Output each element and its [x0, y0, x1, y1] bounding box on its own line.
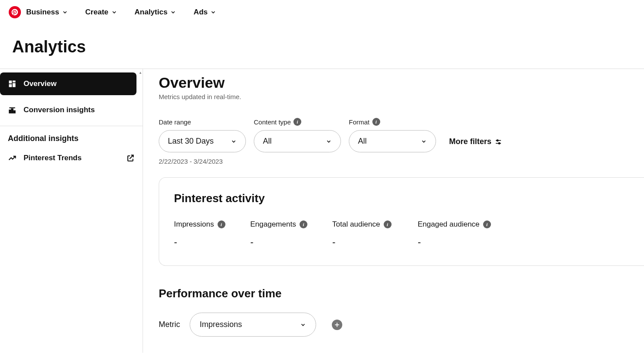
plus-icon: [334, 322, 340, 328]
nav-analytics[interactable]: Analytics: [135, 8, 177, 17]
date-range-value: Last 30 Days: [168, 137, 214, 146]
sidebar-item-label: Conversion insights: [24, 106, 95, 114]
main-content: Overview Metrics updated in real-time. D…: [143, 69, 644, 353]
filter-date: Date range Last 30 Days: [159, 118, 246, 152]
chevron-down-icon: [170, 9, 176, 15]
format-select[interactable]: All: [349, 130, 436, 152]
chevron-down-icon: [111, 9, 117, 15]
metric-value: -: [174, 237, 250, 248]
metric-value: -: [418, 237, 505, 248]
filter-format-label: Format: [349, 118, 370, 126]
metric-select-value: Impressions: [200, 320, 242, 329]
top-nav: Business Create Analytics Ads: [0, 0, 644, 24]
format-value: All: [358, 137, 367, 146]
more-filters-button[interactable]: More filters: [449, 137, 502, 152]
nav-create[interactable]: Create: [85, 8, 117, 17]
svg-rect-1: [13, 81, 16, 83]
chevron-down-icon: [326, 138, 332, 145]
nav-analytics-label: Analytics: [135, 8, 168, 17]
filter-format: Format i All: [349, 118, 436, 152]
sidebar-item-label: Pinterest Trends: [24, 154, 82, 162]
date-range-text: 2/22/2023 - 3/24/2023: [159, 158, 644, 165]
filter-content-type: Content type i All: [254, 118, 341, 152]
page-title: Analytics: [0, 24, 644, 69]
nav-ads-label: Ads: [194, 8, 208, 17]
content-type-value: All: [263, 137, 272, 146]
nav-business[interactable]: Business: [26, 8, 68, 17]
info-icon[interactable]: i: [384, 220, 392, 228]
metric-engagements: Engagements i -: [250, 220, 332, 248]
info-icon[interactable]: i: [483, 220, 491, 228]
svg-rect-3: [9, 84, 12, 87]
sidebar-item-trends[interactable]: Pinterest Trends: [0, 147, 143, 169]
metric-total-audience: Total audience i -: [332, 220, 418, 248]
svg-rect-0: [9, 81, 12, 84]
external-link-icon: [126, 154, 135, 162]
svg-rect-4: [9, 110, 10, 113]
sidebar: ▲ Overview Conversion insights Additiona…: [0, 69, 143, 353]
add-metric-button[interactable]: [332, 320, 342, 330]
trend-icon: [8, 154, 17, 162]
more-filters-label: More filters: [449, 137, 491, 146]
overview-subtitle: Metrics updated in real-time.: [159, 93, 644, 100]
metric-label-text: Engagements: [250, 220, 296, 229]
performance-metric-row: Metric Impressions: [159, 313, 644, 337]
info-icon[interactable]: i: [218, 220, 225, 228]
chevron-down-icon: [62, 9, 68, 15]
sidebar-section-label: Additional insights: [0, 134, 143, 147]
svg-point-10: [498, 142, 500, 144]
chevron-down-icon: [231, 138, 237, 145]
chart-icon: [8, 106, 17, 114]
sidebar-item-conversion[interactable]: Conversion insights: [0, 99, 143, 121]
metric-select[interactable]: Impressions: [190, 313, 316, 337]
metrics-row: Impressions i - Engagements i - Total au…: [174, 220, 629, 248]
metric-engaged-audience: Engaged audience i -: [418, 220, 505, 248]
nav-create-label: Create: [85, 8, 109, 17]
info-icon[interactable]: i: [300, 220, 307, 228]
pinterest-logo-icon[interactable]: [9, 6, 21, 18]
date-range-select[interactable]: Last 30 Days: [159, 130, 246, 152]
chevron-down-icon: [421, 138, 427, 145]
nav-business-label: Business: [26, 8, 59, 17]
filter-date-label: Date range: [159, 118, 191, 126]
metric-impressions: Impressions i -: [174, 220, 250, 248]
info-icon[interactable]: i: [293, 118, 301, 126]
dashboard-icon: [8, 79, 17, 88]
info-icon[interactable]: i: [372, 118, 380, 126]
metric-select-label: Metric: [159, 320, 180, 329]
scroll-up-arrow-icon: ▲: [139, 71, 142, 75]
filter-content-label: Content type: [254, 118, 291, 126]
svg-point-8: [497, 140, 498, 141]
sliders-icon: [495, 138, 502, 145]
activity-card: Pinterest activity Impressions i - Engag…: [159, 177, 644, 266]
metric-label-text: Impressions: [174, 220, 214, 229]
sidebar-item-overview[interactable]: Overview: [0, 72, 136, 95]
svg-rect-6: [14, 111, 15, 113]
metric-label-text: Engaged audience: [418, 220, 480, 229]
svg-rect-5: [11, 109, 13, 113]
metric-value: -: [250, 237, 332, 248]
performance-title: Performance over time: [159, 287, 644, 300]
sidebar-item-label: Overview: [24, 79, 57, 88]
sidebar-divider: [0, 126, 143, 126]
nav-ads[interactable]: Ads: [194, 8, 216, 17]
metric-value: -: [332, 237, 418, 248]
metric-label-text: Total audience: [332, 220, 380, 229]
filters-row: Date range Last 30 Days Content type i A…: [159, 118, 644, 152]
chevron-down-icon: [300, 322, 306, 328]
svg-rect-2: [13, 83, 16, 87]
content-type-select[interactable]: All: [254, 130, 341, 152]
overview-title: Overview: [159, 74, 644, 91]
activity-title: Pinterest activity: [174, 192, 629, 205]
chevron-down-icon: [210, 9, 216, 15]
